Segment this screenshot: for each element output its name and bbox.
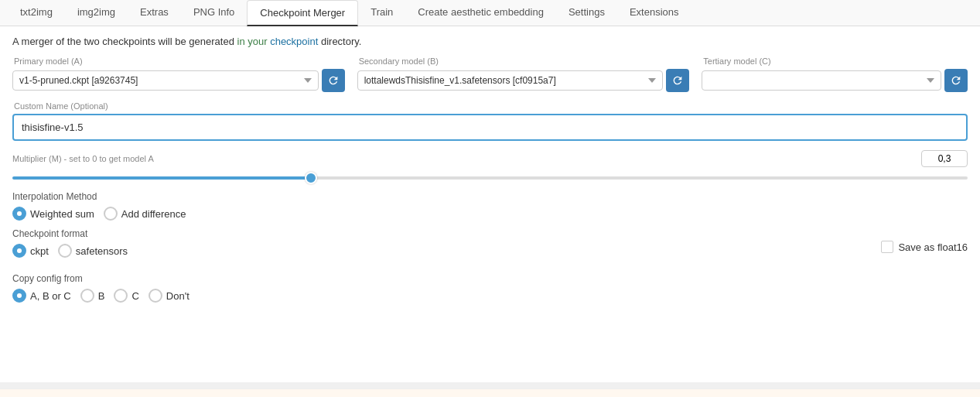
b-radio-circle bbox=[80, 289, 94, 303]
info-prefix: A merger of the two checkpoints will be … bbox=[12, 36, 237, 47]
tab-settings[interactable]: Settings bbox=[556, 0, 617, 26]
multiplier-label: Multiplier (M) - set to 0 to get model A bbox=[12, 154, 921, 163]
tab-checkpoint-merger[interactable]: Checkpoint Merger bbox=[247, 0, 358, 26]
dont-label: Don't bbox=[166, 290, 190, 302]
model-selectors-row: Primary model (A) v1-5-pruned.ckpt [a926… bbox=[12, 56, 968, 92]
weighted-sum-radio-circle bbox=[12, 207, 26, 221]
multiplier-slider-container bbox=[12, 170, 968, 182]
ckpt-label: ckpt bbox=[30, 245, 49, 257]
tab-extras[interactable]: Extras bbox=[128, 0, 181, 26]
tab-bar: txt2img img2img Extras PNG Info Checkpoi… bbox=[0, 0, 980, 26]
info-highlight: in your bbox=[237, 36, 268, 47]
info-link[interactable]: checkpoint bbox=[270, 36, 318, 47]
interpolation-section: Interpolation Method Weighted sum Add di… bbox=[12, 191, 968, 221]
secondary-model-group: Secondary model (B) lottalewdsThisisfine… bbox=[357, 56, 690, 92]
multiplier-row: Multiplier (M) - set to 0 to get model A bbox=[12, 150, 968, 167]
secondary-model-label: Secondary model (B) bbox=[357, 56, 690, 66]
format-row: Checkpoint format ckpt safetensors Save … bbox=[12, 228, 968, 265]
info-suffix: directory. bbox=[321, 36, 362, 47]
checkpoint-format-radio-group: ckpt safetensors bbox=[12, 244, 128, 258]
custom-name-label: Custom Name (Optional) bbox=[12, 101, 968, 111]
safetensors-label: safetensors bbox=[76, 245, 128, 257]
main-content: A merger of the two checkpoints will be … bbox=[0, 26, 980, 382]
safetensors-radio-circle bbox=[58, 244, 72, 258]
b-label: B bbox=[98, 290, 105, 302]
save-float16-checkbox[interactable] bbox=[881, 241, 893, 253]
custom-name-input[interactable] bbox=[12, 114, 968, 141]
interpolation-add-difference[interactable]: Add difference bbox=[104, 207, 186, 221]
dont-radio-circle bbox=[149, 289, 162, 303]
multiplier-value-input[interactable] bbox=[921, 150, 968, 167]
primary-model-label: Primary model (A) bbox=[12, 56, 345, 66]
c-label: C bbox=[131, 290, 138, 302]
config-b[interactable]: B bbox=[80, 289, 105, 303]
config-c[interactable]: C bbox=[114, 289, 138, 303]
multiplier-slider[interactable] bbox=[12, 176, 968, 180]
checkpoint-format-label: Checkpoint format bbox=[12, 228, 128, 239]
format-safetensors[interactable]: safetensors bbox=[58, 244, 128, 258]
format-ckpt[interactable]: ckpt bbox=[12, 244, 49, 258]
save-float16-checkbox-label[interactable]: Save as float16 bbox=[881, 241, 968, 253]
ckpt-radio-circle bbox=[12, 244, 26, 258]
copy-config-radio-group: A, B or C B C Don't bbox=[12, 289, 968, 303]
a-b-c-label: A, B or C bbox=[30, 290, 71, 302]
add-difference-label: Add difference bbox=[121, 208, 186, 220]
tab-create-aesthetic[interactable]: Create aesthetic embedding bbox=[405, 0, 556, 26]
primary-model-select[interactable]: v1-5-pruned.ckpt [a9263745] bbox=[12, 70, 319, 91]
tertiary-model-select-row bbox=[702, 69, 968, 92]
refresh-icon bbox=[671, 74, 684, 87]
secondary-model-refresh-button[interactable] bbox=[666, 69, 689, 92]
merge-area: Merge bbox=[0, 388, 980, 397]
tab-png-info[interactable]: PNG Info bbox=[181, 0, 247, 26]
save-float16-label: Save as float16 bbox=[898, 241, 968, 253]
tab-txt2img[interactable]: txt2img bbox=[8, 0, 65, 26]
a-b-c-radio-circle bbox=[12, 289, 26, 303]
weighted-sum-label: Weighted sum bbox=[30, 208, 94, 220]
tab-img2img[interactable]: img2img bbox=[65, 0, 128, 26]
tertiary-model-refresh-button[interactable] bbox=[944, 69, 968, 92]
config-dont[interactable]: Don't bbox=[149, 289, 190, 303]
info-text: A merger of the two checkpoints will be … bbox=[12, 36, 968, 47]
tab-train[interactable]: Train bbox=[358, 0, 405, 26]
interpolation-weighted-sum[interactable]: Weighted sum bbox=[12, 207, 94, 221]
tertiary-model-select[interactable] bbox=[702, 70, 941, 91]
copy-config-section: Copy config from A, B or C B C Don't bbox=[12, 273, 968, 303]
c-radio-circle bbox=[114, 289, 128, 303]
tertiary-model-label: Tertiary model (C) bbox=[702, 56, 968, 66]
primary-model-refresh-button[interactable] bbox=[322, 69, 345, 92]
primary-model-group: Primary model (A) v1-5-pruned.ckpt [a926… bbox=[12, 56, 345, 92]
tab-extensions[interactable]: Extensions bbox=[617, 0, 691, 26]
refresh-icon bbox=[950, 74, 962, 87]
secondary-model-select-row: lottalewdsThisisfine_v1.safetensors [cf0… bbox=[357, 69, 690, 92]
copy-config-label: Copy config from bbox=[12, 273, 968, 284]
secondary-model-select[interactable]: lottalewdsThisisfine_v1.safetensors [cf0… bbox=[357, 70, 664, 91]
custom-name-group: Custom Name (Optional) bbox=[12, 101, 968, 141]
checkpoint-format-section: Checkpoint format ckpt safetensors bbox=[12, 228, 128, 265]
add-difference-radio-circle bbox=[104, 207, 118, 221]
interpolation-radio-group: Weighted sum Add difference bbox=[12, 207, 968, 221]
interpolation-label: Interpolation Method bbox=[12, 191, 968, 202]
tertiary-model-group: Tertiary model (C) bbox=[702, 56, 968, 92]
config-a-b-c[interactable]: A, B or C bbox=[12, 289, 71, 303]
save-float16-section: Save as float16 bbox=[881, 241, 968, 253]
refresh-icon bbox=[327, 74, 340, 87]
primary-model-select-row: v1-5-pruned.ckpt [a9263745] bbox=[12, 69, 345, 92]
